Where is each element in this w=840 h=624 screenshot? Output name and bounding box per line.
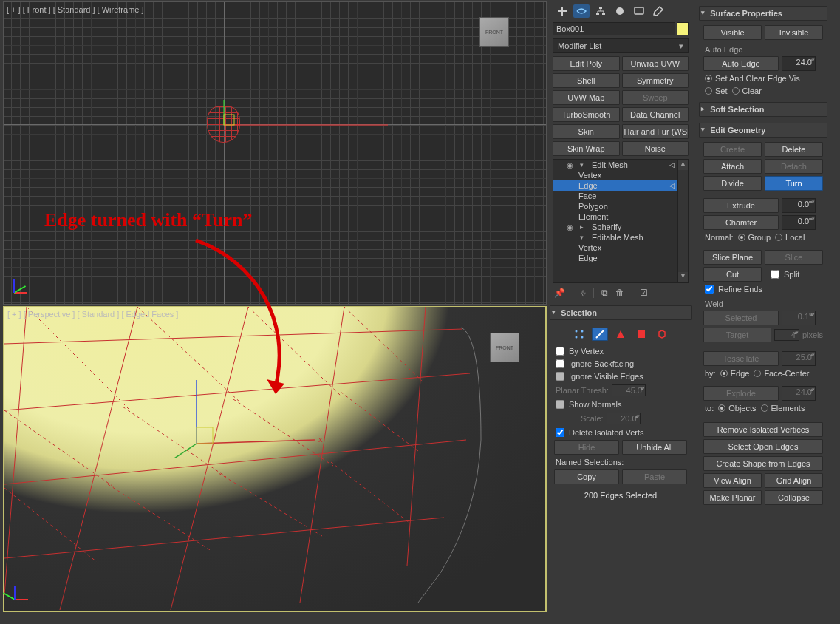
modifier-list-dropdown[interactable]: Modifier List <box>553 38 689 53</box>
mod-edit-poly[interactable]: Edit Poly <box>553 56 620 71</box>
object-name-field[interactable]: Box001 <box>553 22 675 35</box>
subobj-element-icon[interactable] <box>654 328 670 341</box>
refine-ends-checkbox[interactable] <box>705 285 714 294</box>
attach-button[interactable]: Attach <box>703 159 762 174</box>
by-vertex-checkbox[interactable] <box>556 347 564 356</box>
grid-align-button[interactable]: Grid Align <box>765 473 823 488</box>
weld-selected-button[interactable]: Selected <box>703 311 779 325</box>
create-shape-from-edges-button[interactable]: Create Shape from Edges <box>703 456 823 471</box>
hide-button[interactable]: Hide <box>554 440 619 455</box>
stack-row-vertex[interactable]: Vertex <box>553 243 677 253</box>
slice-button[interactable]: Slice <box>765 250 823 265</box>
mod-sweep[interactable]: Sweep <box>622 90 689 105</box>
create-tab-icon[interactable] <box>554 4 570 18</box>
ignore-backfacing-checkbox[interactable] <box>556 359 564 368</box>
viewcube[interactable]: FRONT <box>479 17 509 47</box>
set-radio[interactable]: Set <box>705 87 728 95</box>
object-color-swatch[interactable] <box>677 22 689 35</box>
paste-named-sel-button[interactable]: Paste <box>622 469 687 484</box>
modifier-stack-scrollbar[interactable]: ▲▼ <box>678 159 689 283</box>
slice-plane-button[interactable]: Slice Plane <box>703 250 762 265</box>
mod-skin[interactable]: Skin <box>553 124 620 139</box>
surface-properties-header[interactable]: ▾ Surface Properties <box>699 6 827 21</box>
create-button[interactable]: Create <box>703 142 762 157</box>
auto-edge-button[interactable]: Auto Edge <box>703 56 779 71</box>
make-unique-icon[interactable]: ⧉ <box>601 288 608 298</box>
stack-row-polygon[interactable]: Polygon <box>553 201 677 211</box>
copy-named-sel-button[interactable]: Copy <box>554 469 619 484</box>
modify-tab-icon[interactable] <box>573 4 590 18</box>
stack-row-vertex[interactable]: Vertex <box>553 170 677 180</box>
modifier-stack[interactable]: ◉▾Edit Mesh◁VertexEdge◁FacePolygonElemen… <box>553 159 678 283</box>
selection-rollout-header[interactable]: ▾ Selection <box>550 305 692 320</box>
subobj-polygon-icon[interactable] <box>633 328 649 341</box>
collapse-button[interactable]: Collapse <box>765 490 823 505</box>
stack-row-edge[interactable]: Edge◁ <box>553 180 677 191</box>
remove-modifier-icon[interactable]: 🗑 <box>615 288 624 298</box>
make-planar-button[interactable]: Make Planar <box>703 490 762 505</box>
viewport-label[interactable]: [ + ] [ Perspective ] [ Standard ] [ Edg… <box>7 310 178 319</box>
utilities-tab-icon[interactable] <box>650 4 666 18</box>
axis-tripod <box>11 267 41 296</box>
display-tab-icon[interactable] <box>631 4 647 18</box>
normal-local-radio[interactable]: Local <box>775 233 805 242</box>
delete-button[interactable]: Delete <box>765 142 823 157</box>
mod-noise[interactable]: Noise <box>622 141 689 156</box>
mod-shell[interactable]: Shell <box>553 73 620 88</box>
turn-button[interactable]: Turn <box>765 176 823 191</box>
delete-isolated-verts-checkbox[interactable] <box>556 428 564 437</box>
stack-row-editable-mesh[interactable]: ▾Editable Mesh <box>553 232 677 243</box>
mod-turbosmooth[interactable]: TurboSmooth <box>553 107 620 122</box>
weld-target-button[interactable]: Target <box>703 328 771 342</box>
stack-row-edit-mesh[interactable]: ◉▾Edit Mesh◁ <box>553 160 677 170</box>
cut-button[interactable]: Cut <box>703 267 762 282</box>
extrude-spinner[interactable]: 0.0" <box>782 198 816 213</box>
stack-row-edge[interactable]: Edge <box>553 253 677 263</box>
edit-geometry-header[interactable]: ▾ Edit Geometry <box>699 123 827 138</box>
mod-skin-wrap[interactable]: Skin Wrap <box>553 141 620 156</box>
show-end-result-icon[interactable]: ⎀ <box>581 288 586 298</box>
mod-hair-fur[interactable]: Hair and Fur (WSM) <box>622 124 689 139</box>
pin-stack-icon[interactable]: 📌 <box>554 288 565 298</box>
split-checkbox[interactable] <box>771 270 779 279</box>
motion-tab-icon[interactable] <box>612 4 628 18</box>
svg-rect-29 <box>599 7 602 9</box>
configure-sets-icon[interactable]: ☑ <box>640 288 648 298</box>
annotation-arrow <box>188 239 307 401</box>
axis-tripod <box>12 574 41 603</box>
named-selections-label: Named Selections: <box>556 458 624 467</box>
chamfer-button[interactable]: Chamfer <box>703 215 779 230</box>
soft-selection-header[interactable]: ▸ Soft Selection <box>699 102 827 117</box>
viewcube[interactable]: FRONT <box>490 333 519 362</box>
mod-uvw-map[interactable]: UVW Map <box>553 90 620 105</box>
divide-button[interactable]: Divide <box>703 176 762 191</box>
mod-data-channel[interactable]: Data Channel <box>622 107 689 122</box>
extrude-button[interactable]: Extrude <box>703 198 779 213</box>
explode-button[interactable]: Explode <box>703 386 779 401</box>
viewport-front[interactable]: [ + ] [ Front ] [ Standard ] [ Wireframe… <box>3 1 547 305</box>
detach-button[interactable]: Detach <box>765 159 823 174</box>
auto-edge-spinner[interactable]: 24.0 <box>782 56 816 71</box>
chamfer-spinner[interactable]: 0.0" <box>782 215 816 230</box>
subobj-vertex-icon[interactable] <box>571 328 587 341</box>
set-and-clear-radio[interactable]: Set And Clear Edge Vis <box>705 74 800 83</box>
clear-radio[interactable]: Clear <box>732 87 762 95</box>
normal-group-radio[interactable]: Group <box>738 233 771 242</box>
mod-symmetry[interactable]: Symmetry <box>622 73 689 88</box>
unhide-all-button[interactable]: Unhide All <box>622 440 687 455</box>
viewport-label[interactable]: [ + ] [ Front ] [ Standard ] [ Wireframe… <box>7 5 144 14</box>
select-open-edges-button[interactable]: Select Open Edges <box>703 439 823 454</box>
hierarchy-tab-icon[interactable] <box>593 4 609 18</box>
stack-row-face[interactable]: Face <box>553 191 677 201</box>
view-align-button[interactable]: View Align <box>703 473 762 488</box>
mod-unwrap-uvw[interactable]: Unwrap UVW <box>622 56 689 71</box>
stack-row-spherify[interactable]: ◉▸Spherify <box>553 222 677 232</box>
subobj-face-icon[interactable] <box>612 328 629 341</box>
subobj-edge-icon[interactable] <box>592 328 608 341</box>
transform-gizmo[interactable] <box>203 98 395 143</box>
tessellate-button[interactable]: Tessellate <box>703 351 779 366</box>
remove-isolated-vertices-button[interactable]: Remove Isolated Vertices <box>703 422 823 437</box>
visible-button[interactable]: Visible <box>703 25 762 40</box>
stack-row-element[interactable]: Element <box>553 211 677 222</box>
invisible-button[interactable]: Invisible <box>765 25 823 40</box>
